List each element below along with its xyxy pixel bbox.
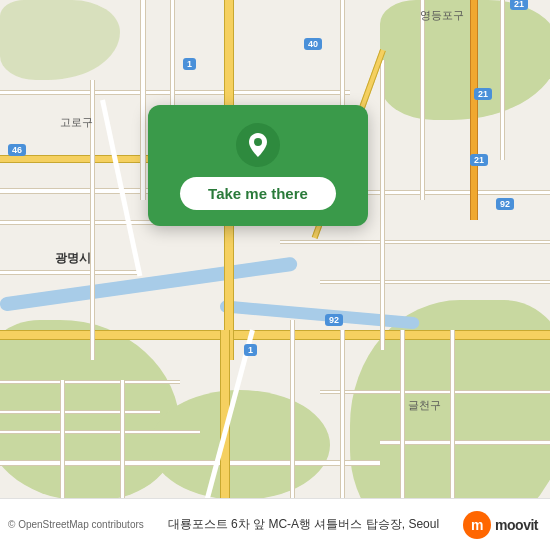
road-v6 [420, 0, 425, 200]
road-v5 [380, 60, 385, 350]
badge-40: 40 [304, 38, 322, 50]
badge-1-bottom: 1 [244, 344, 257, 356]
road-v2 [90, 80, 95, 360]
location-pin-icon [236, 123, 280, 167]
badge-21-top: 21 [474, 88, 492, 100]
road-h9 [320, 280, 550, 284]
road-h3 [0, 270, 140, 275]
moovit-logo[interactable]: m moovit [463, 511, 538, 539]
badge-21-corner: 21 [510, 0, 528, 10]
location-name: 대룡포스트 6차 앞 MC-A행 셔틀버스 탑승장, [168, 517, 405, 531]
badge-92-mid: 92 [325, 314, 343, 326]
popup-card: Take me there [148, 105, 368, 226]
road-h2 [0, 220, 170, 225]
road-h12 [320, 390, 550, 394]
road-h8 [280, 240, 550, 244]
take-me-there-button[interactable]: Take me there [180, 177, 336, 210]
badge-21-mid: 21 [470, 154, 488, 166]
road-h10 [0, 460, 380, 466]
park-area-5 [150, 390, 330, 500]
road-h11 [0, 430, 200, 434]
badge-92-top: 92 [496, 198, 514, 210]
attribution-section: © OpenStreetMap contributors [8, 519, 144, 530]
moovit-brand-name: moovit [495, 517, 538, 533]
copyright-text: © OpenStreetMap contributors [8, 519, 144, 530]
moovit-logo-circle: m [463, 511, 491, 539]
road-h4 [0, 380, 180, 384]
road-h6 [0, 90, 350, 95]
bottom-bar: © OpenStreetMap contributors 대룡포스트 6차 앞 … [0, 498, 550, 550]
road-v1 [140, 0, 146, 200]
road-h13 [380, 440, 550, 445]
svg-point-1 [254, 138, 262, 146]
badge-1-top: 1 [183, 58, 196, 70]
city-name: Seoul [408, 517, 439, 531]
road-v7 [500, 0, 505, 160]
map-container: 영등포구 고로구 광명시 글천구 40 1 46 21 21 92 92 1 2… [0, 0, 550, 550]
road-v-orange1 [470, 0, 478, 220]
road-major-h1 [0, 330, 550, 340]
road-h5 [0, 410, 160, 414]
badge-46: 46 [8, 144, 26, 156]
location-name-section: 대룡포스트 6차 앞 MC-A행 셔틀버스 탑승장, Seoul [144, 516, 463, 533]
